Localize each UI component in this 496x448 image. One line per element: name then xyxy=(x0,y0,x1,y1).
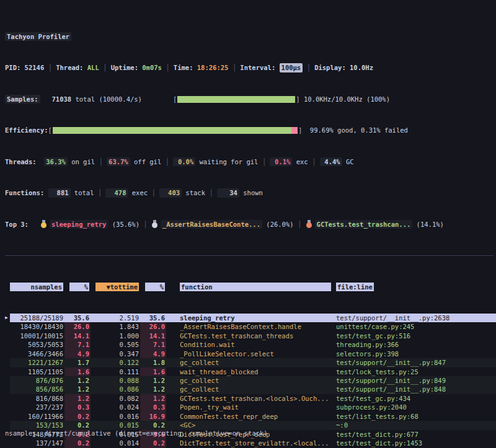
nsamples-cell: 237/237 xyxy=(10,403,64,411)
tottime-cell: 1.843 xyxy=(91,322,140,331)
tottime-cell: 0.086 xyxy=(91,385,140,393)
table-row[interactable]: 18430/1843026.01.84326.0_AssertRaisesBas… xyxy=(5,322,496,331)
app-title: Tachyon Profiler xyxy=(5,32,71,41)
function-stat-label: shown xyxy=(239,188,263,197)
table-row[interactable]: 1105/11051.60.1111.6wait_threads_blocked… xyxy=(5,367,496,376)
column-header-direct-percent[interactable]: % xyxy=(64,283,91,291)
efficiency-bar xyxy=(53,127,298,134)
separator-pipe: │ xyxy=(205,188,217,197)
function-stat-value: 403 xyxy=(159,188,182,197)
function-cell: GCTests.test_trashcan_threads xyxy=(179,332,335,340)
file-cell: threading.py:366 xyxy=(335,340,496,349)
efficiency-label: Efficiency: xyxy=(5,126,48,134)
top3-function-name[interactable]: GCTests.test_trashcan... xyxy=(315,220,413,229)
footer-legend: nsamples: direct/cumulative (direct=exec… xyxy=(5,429,268,437)
top3-function-name[interactable]: _AssertRaisesBaseConte... xyxy=(161,220,262,229)
status-value: 100µs xyxy=(280,63,303,72)
table-row[interactable]: 1221/12671.70.1221.8gc_collecttest/suppo… xyxy=(5,358,496,367)
function-cell: Condition.wait xyxy=(179,340,335,349)
gap-cell xyxy=(166,332,179,340)
cumulative-percent-cell: 1.2 xyxy=(140,376,166,385)
table-row[interactable]: 5053/50537.10.5057.1Condition.waitthread… xyxy=(5,340,496,349)
file-cell: subprocess.py:2040 xyxy=(335,403,496,411)
separator-pipe: │ xyxy=(140,220,151,229)
table-row[interactable]: 876/8761.20.0881.2gc_collecttest/support… xyxy=(5,376,496,385)
gap-cell xyxy=(166,314,179,322)
file-cell: test/test_gc.py:516 xyxy=(335,332,496,340)
table-row[interactable]: 856/8561.20.0861.2gc_collecttest/support… xyxy=(5,385,496,393)
direct-percent-cell: 0.3 xyxy=(64,403,91,411)
separator-pipe: │ xyxy=(162,63,174,72)
function-stat-label: total xyxy=(71,188,94,197)
file-cell: test/support/__init__.py:847 xyxy=(335,358,496,367)
tottime-cell: 0.122 xyxy=(91,358,140,367)
samples-rate-text: 10.0KHz/10.0KHz (100%) xyxy=(300,95,390,103)
thread-stat-value: 4.4% xyxy=(320,157,342,166)
top3-function-name[interactable]: sleeping_retry xyxy=(50,220,108,229)
table-row[interactable]: 10001/1001514.11.00014.1GCTests.test_tra… xyxy=(5,332,496,340)
separator-pipe: │ xyxy=(148,188,159,197)
cumulative-percent-cell: 1.2 xyxy=(140,385,166,393)
status-value: 0m07s xyxy=(142,63,162,72)
column-header-function[interactable]: function xyxy=(179,283,335,291)
top3-percent: (35.6%) xyxy=(108,220,140,229)
row-cursor xyxy=(5,394,10,403)
cumulative-percent-cell: 0.3 xyxy=(140,403,166,411)
tottime-cell: 0.088 xyxy=(91,376,140,385)
table-row[interactable]: 816/8681.20.0821.2GCTests.test_trashcan.… xyxy=(5,394,496,403)
separator-pipe: │ xyxy=(228,63,240,72)
direct-percent-cell: 1.2 xyxy=(64,394,91,403)
column-header-file-line[interactable]: file:line xyxy=(335,283,496,291)
gap-cell xyxy=(166,322,179,331)
status-line: PID: 52146 │ Thread: ALL │ Uptime: 0m07s… xyxy=(5,63,496,72)
title-line: Tachyon Profiler xyxy=(5,32,496,41)
threads-line: Threads: 36.3% on gil │ 63.7% off gil │ … xyxy=(5,157,496,166)
column-header-tottime-sorted[interactable]: ▼tottime xyxy=(91,283,140,291)
cumulative-percent-cell: 1.6 xyxy=(140,367,166,376)
nsamples-cell: 5053/5053 xyxy=(10,340,64,349)
nsamples-cell: 3466/3466 xyxy=(10,349,64,358)
nsamples-cell: 18430/18430 xyxy=(10,322,64,331)
function-cell: _AssertRaisesBaseContext.handle xyxy=(179,322,335,331)
separator-pipe: │ xyxy=(161,157,173,166)
file-cell: ~:0 xyxy=(335,421,496,429)
separator-pipe: │ xyxy=(258,157,270,166)
table-row[interactable]: 3466/34664.90.3474.9_PollLikeSelector.se… xyxy=(5,349,496,358)
efficiency-text: 99.69% good, 0.31% failed xyxy=(302,126,408,134)
nsamples-cell: 1105/1105 xyxy=(10,367,64,376)
row-cursor xyxy=(5,403,10,411)
status-value: 10.0Hz xyxy=(350,63,373,72)
efficiency-line: Efficiency:[] 99.69% good, 0.31% failed xyxy=(5,126,496,134)
separator-pipe: │ xyxy=(95,157,107,166)
gap-cell xyxy=(166,349,179,358)
thread-stat-value: 0.1% xyxy=(270,157,292,166)
direct-percent-cell: 35.6 xyxy=(64,314,91,322)
direct-percent-cell: 7.1 xyxy=(64,340,91,349)
column-header-nsamples[interactable]: nsamples xyxy=(10,283,64,291)
thread-stat-label: waiting for gil xyxy=(195,157,258,166)
column-header-cumulative-percent[interactable]: % xyxy=(140,283,166,291)
samples-label: Samples: xyxy=(5,95,40,103)
table-row[interactable]: ▶25188/2518935.62.51935.6sleeping_retryt… xyxy=(5,314,496,322)
row-cursor xyxy=(5,332,10,340)
gap-cell xyxy=(166,385,179,393)
function-cell: gc_collect xyxy=(179,385,335,393)
function-stat-value: 34 xyxy=(217,188,239,197)
function-cell: GCTests.test_trashcan.<locals>.Ouch... xyxy=(179,394,335,403)
top3-line: Top 3: sleeping_retry (35.6%) │ _AssertR… xyxy=(5,220,496,229)
gap-cell xyxy=(166,367,179,376)
row-cursor xyxy=(5,340,10,349)
gold-medal-icon xyxy=(41,220,46,228)
status-label: Display: xyxy=(314,63,350,72)
table-row[interactable]: 237/2370.30.0240.3Popen._try_waitsubproc… xyxy=(5,403,496,411)
separator-pipe: │ xyxy=(94,188,105,197)
separator-pipe: │ xyxy=(303,63,314,72)
function-cell: gc_collect xyxy=(179,376,335,385)
gap-cell xyxy=(166,403,179,411)
tottime-cell: 0.505 xyxy=(91,340,140,349)
thread-stat-value: 36.3% xyxy=(44,157,68,166)
threads-label: Threads: xyxy=(5,157,44,166)
function-cell: sleeping_retry xyxy=(179,314,335,322)
file-cell: test/support/__init__.py:848 xyxy=(335,385,496,393)
direct-percent-cell: 1.2 xyxy=(64,385,91,393)
